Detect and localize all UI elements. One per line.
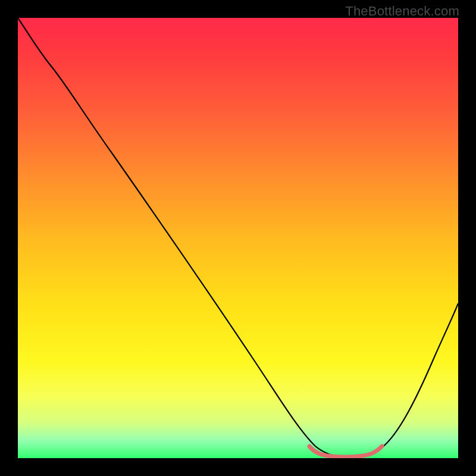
chart-container: TheBottleneck.com bbox=[0, 0, 476, 476]
optimal-range-marker bbox=[309, 446, 382, 457]
plot-area bbox=[18, 18, 458, 458]
chart-svg bbox=[18, 18, 458, 458]
watermark-text: TheBottleneck.com bbox=[345, 4, 459, 19]
bottleneck-curve bbox=[18, 18, 458, 457]
